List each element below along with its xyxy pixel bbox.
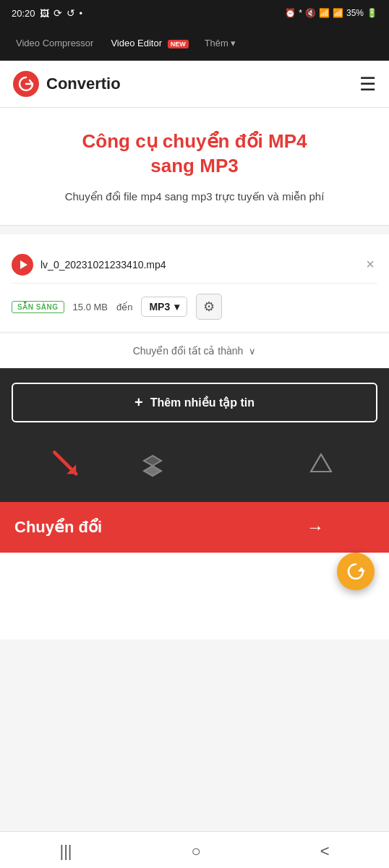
svg-line-6 [321,454,331,472]
file-meta: SẴN SÀNG 15.0 MB đến MP3 ▾ ⚙ [12,284,377,331]
file-left: lv_0_20231021233410.mp4 [12,254,363,276]
dot-indicator: • [80,8,83,19]
add-files-label: Thêm nhiều tập tin [150,396,255,409]
svg-marker-4 [144,466,161,476]
to-label: đến [116,302,132,312]
mute-icon: 🔇 [305,8,316,18]
status-badge: SẴN SÀNG [12,301,64,313]
top-nav: Video Compressor Video Editor NEW Thêm ▾ [0,26,389,61]
alarm-icon: ⏰ [285,8,296,18]
status-left: 20:20 🖼 ⟳ ↺ • [12,7,82,19]
svg-marker-9 [358,567,365,571]
close-button[interactable]: × [363,253,377,276]
google-drive-icon[interactable] [299,444,343,488]
dark-area: + Thêm nhiều tập tin [0,368,389,502]
battery: 35% [346,8,364,18]
time: 20:20 [12,8,35,19]
sync-icon: ↺ [67,7,75,19]
signal-icon: 📶 [333,8,343,18]
new-badge: NEW [168,40,189,48]
refresh-fab[interactable] [337,553,375,590]
format-select[interactable]: MP3 ▾ [141,297,187,317]
bottom-nav: ||| ○ < [0,831,389,868]
hero-subtitle: Chuyển đổi file mp4 sang mp3 trực tuyến … [17,189,372,205]
file-name: lv_0_20231021233410.mp4 [40,259,166,271]
status-bar: 20:20 🖼 ⟳ ↺ • ⏰ * 🔇 📶 📶 35% 🔋 [0,0,389,26]
plus-icon: + [134,394,143,411]
cast-icon: ⟳ [54,7,62,19]
convert-all[interactable]: Chuyển đổi tất cả thành ∨ [0,333,389,368]
upload-icons [12,437,377,502]
nav-video-editor[interactable]: Video Editor NEW [102,32,197,54]
hero-section: Công cụ chuyển đổi MP4sang MP3 Chuyển đổ… [0,108,389,226]
nav-more[interactable]: Thêm ▾ [197,32,243,54]
convert-all-text: Chuyển đổi tất cả thành [133,345,244,357]
hamburger-menu[interactable]: ☰ [359,75,376,93]
hero-title: Công cụ chuyển đổi MP4sang MP3 [17,129,372,179]
recent-apps-button[interactable]: ||| [59,842,72,861]
bluetooth-icon: * [299,8,302,18]
format-chevron-icon: ▾ [174,301,179,312]
svg-marker-3 [144,456,161,466]
convert-button[interactable]: Chuyển đổi [14,518,102,537]
logo-icon [13,71,39,97]
media-icon: 🖼 [40,8,49,19]
svg-marker-5 [311,454,331,472]
file-row: lv_0_20231021233410.mp4 × [12,246,377,284]
logo-area: Convertio [13,71,121,97]
format-label: MP3 [149,301,170,312]
chevron-down-icon: ∨ [249,346,256,357]
back-button[interactable]: < [320,842,330,861]
add-files-button[interactable]: + Thêm nhiều tập tin [12,383,377,422]
battery-icon: 🔋 [367,8,377,18]
gear-icon: ⚙ [203,299,215,315]
file-section: lv_0_20231021233410.mp4 × SẴN SÀNG 15.0 … [0,234,389,331]
wifi-icon: 📶 [319,8,330,18]
settings-button[interactable]: ⚙ [196,294,222,320]
convert-arrow-icon: → [307,517,324,537]
app-header: Convertio ☰ [0,61,389,108]
status-right: ⏰ * 🔇 📶 📶 35% 🔋 [285,8,377,18]
nav-video-compressor[interactable]: Video Compressor [7,32,102,54]
svg-line-7 [311,454,321,472]
bottom-white-area [0,553,389,639]
device-upload-icon[interactable] [46,444,90,488]
home-button[interactable]: ○ [191,842,200,861]
convert-bar-wrapper: Chuyển đổi → [0,502,389,553]
play-icon [12,254,33,276]
dropbox-icon[interactable] [131,444,174,488]
file-size: 15.0 MB [73,302,108,312]
chevron-down-icon: ▾ [231,38,236,48]
logo-text: Convertio [46,75,121,93]
convert-bar: Chuyển đổi → [0,502,389,553]
